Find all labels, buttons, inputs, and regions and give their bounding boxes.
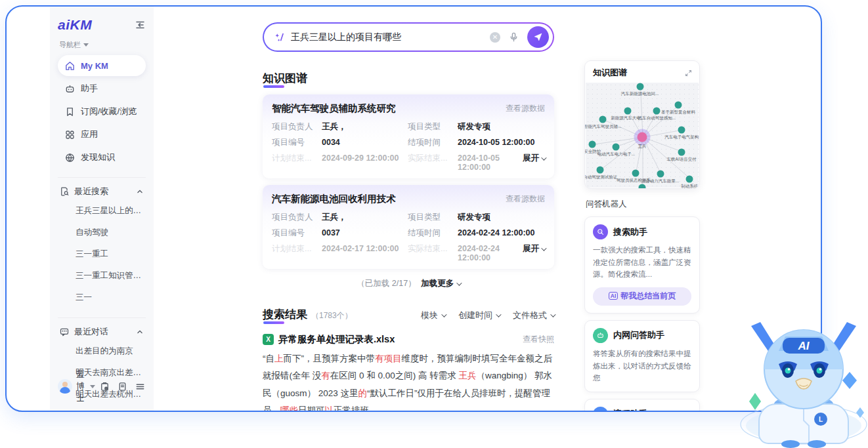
kg-field: 项目类型研发专项 [408, 212, 545, 223]
kg-card-title: 智能汽车驾驶员辅助系统研究 [272, 102, 396, 115]
graph-node[interactable] [675, 101, 682, 108]
graph-node[interactable] [624, 108, 631, 115]
microphone-icon[interactable] [508, 31, 519, 43]
graph-node[interactable] [636, 83, 643, 91]
main-content: ✕ 知识图谱 智能汽车驾驶员辅助系统研究查看源数据项目负责人王兵，项目类型研发专… [263, 7, 554, 412]
expand-card-button[interactable]: 展开 [523, 153, 545, 164]
recent-search-item[interactable]: 三一重工 [58, 243, 146, 265]
chevron-down-icon [496, 312, 501, 317]
sidebar-item-4[interactable]: 发现知识 [58, 147, 146, 168]
result-snippet: “自上而下”，且预算方案中带有项目维度时，预算编制时填写全年金额之后就报错(全年… [263, 350, 554, 412]
view-source-link[interactable]: 查看源数据 [506, 103, 545, 114]
task-icon[interactable] [99, 381, 110, 392]
sidebar-item-label: My KM [81, 61, 108, 71]
xlsx-file-icon: X [263, 334, 274, 345]
sidebar-item-1[interactable]: 助手 [58, 78, 146, 99]
recent-search-item[interactable]: 王兵三星以上的项目有... [58, 200, 146, 222]
chevron-down-icon [441, 312, 446, 317]
app-logo: aiKM [58, 17, 92, 33]
recent-search-item[interactable]: 三一重工知识管理项目 [58, 265, 146, 287]
filter-模块[interactable]: 模块 [421, 310, 445, 321]
send-button[interactable] [527, 26, 549, 48]
recent-chat-title: 最近对话 [74, 326, 108, 338]
doc-search-icon [59, 186, 70, 197]
bot-card[interactable]: 搜索助手一款强大的搜索工具，快速精准定位所需信息，涵盖广泛资源。简化搜索流...… [584, 216, 700, 314]
recent-search-item[interactable]: 自动驾驶 [58, 222, 146, 243]
grid-icon [64, 129, 76, 140]
sidebar-item-3[interactable]: 应用 [58, 124, 146, 145]
graph-node[interactable] [678, 127, 685, 134]
chevron-down-icon [550, 312, 555, 317]
menu-icon[interactable] [135, 381, 146, 392]
svg-text:AI: AI [798, 340, 810, 352]
graph-node[interactable] [589, 141, 596, 148]
kg-field: 实际结束...2024-02-24 12:00:00展开 [408, 243, 545, 262]
recent-search-section: 最近搜索 王兵三星以上的项目有...自动驾驶三一重工三一重工知识管理项目三一 [58, 177, 146, 308]
graph-node-label: 汽车电子电气架构 [664, 134, 699, 140]
graph-node-label: 车载AI语音交付 [667, 157, 697, 163]
graph-node[interactable] [599, 116, 606, 123]
graph-node[interactable] [686, 176, 693, 183]
search-input[interactable] [291, 32, 485, 43]
chevron-down-icon [456, 280, 462, 285]
graph-node[interactable] [639, 184, 646, 190]
knowledge-graph-canvas[interactable]: 汽车新能源电池回...基于新型复合材料新能源汽车大电...汽车自动驾驶感知...… [586, 83, 699, 188]
clear-icon[interactable]: ✕ [490, 32, 500, 43]
chevron-up-icon[interactable] [135, 187, 144, 196]
expand-card-button[interactable]: 展开 [523, 243, 545, 255]
kg-card: 智能汽车驾驶员辅助系统研究查看源数据项目负责人王兵，项目类型研发专项项目编号00… [263, 94, 554, 178]
kg-field: 实际结束...2024-10-05 12:00:00展开 [408, 153, 545, 172]
graph-node[interactable] [597, 166, 604, 173]
graph-node-label: 自动驾驶测试验证 [584, 174, 617, 180]
chevron-up-icon[interactable] [135, 327, 144, 336]
recent-chat-item[interactable]: 出差目的为南京 [58, 405, 146, 412]
graph-node[interactable] [678, 148, 685, 155]
nav-label[interactable]: 导航栏 [59, 40, 146, 50]
search-bar: ✕ [263, 22, 554, 52]
load-more-row: （已加载 2/17） 加载更多 [263, 278, 554, 289]
graph-node[interactable] [613, 143, 620, 150]
graph-node-label: 汽车自动驾驶感知... [638, 115, 676, 121]
graph-node[interactable] [657, 171, 664, 178]
kg-field: 项目负责人王兵， [272, 212, 402, 223]
graph-center-label: 王兵 [638, 144, 647, 150]
screen: { "app": { "logo": "aiKM", "nav_label": … [0, 0, 868, 448]
app-window: aiKM 导航栏 My KM助手订阅/收藏/浏览应用发现知识 最近搜索 王兵三星… [5, 5, 822, 412]
sidebar-item-0[interactable]: My KM [58, 55, 146, 76]
note-icon[interactable] [117, 381, 128, 392]
kg-field: 项目负责人王兵， [272, 121, 402, 132]
bot-card[interactable]: 内网问答助手将答案从所有的搜索结果中提炼出来，以对话的方式反馈给您 [584, 320, 700, 392]
recent-search-header[interactable]: 最近搜索 [58, 186, 146, 197]
search-result: X异常服务单处理记录表.xlsx查看快照“自上而下”，且预算方案中带有项目维度时… [263, 333, 554, 412]
recent-chat-item[interactable]: 出差目的为南京 [58, 340, 146, 362]
expand-icon[interactable] [684, 69, 693, 77]
graph-node[interactable] [653, 108, 661, 115]
view-snapshot-link[interactable]: 查看快照 [523, 334, 554, 345]
summarize-page-button[interactable]: AI帮我总结当前页 [593, 287, 691, 306]
filter-创建时间[interactable]: 创建时间 [458, 310, 500, 321]
graph-node[interactable] [632, 169, 639, 176]
kg-field: 结项时间2024-02-24 12:00:00 [408, 228, 545, 239]
ai-mascot[interactable]: L AI [739, 316, 868, 448]
load-more-button[interactable]: 加载更多 [421, 279, 460, 288]
result-title[interactable]: 异常服务单处理记录表.xlsx [278, 333, 523, 346]
avatar[interactable] [58, 379, 72, 394]
loaded-count: （已加载 2/17） [357, 279, 416, 288]
graph-center-node[interactable] [638, 132, 647, 142]
kg-section-title: 知识图谱 [263, 71, 307, 86]
bot-card[interactable]: 流程助手通过对话发起流程，比如请假、出差、费用报销等 [584, 399, 700, 412]
recent-chat-header[interactable]: 最近对话 [58, 326, 146, 338]
results-section-title: 搜索结果 [263, 307, 307, 322]
recent-search-item[interactable]: 三一 [58, 287, 146, 308]
view-source-link[interactable]: 查看源数据 [506, 193, 545, 205]
kg-field: 项目编号0034 [272, 137, 402, 148]
bot-description: 将答案从所有的搜索结果中提炼出来，以对话的方式反馈给您 [593, 348, 691, 384]
kg-field: 结项时间2024-10-05 12:00:00 [408, 137, 545, 148]
sidebar-item-label: 发现知识 [81, 152, 115, 163]
sidebar-item-2[interactable]: 订阅/收藏/浏览 [58, 101, 146, 122]
graph-node-label: 混合动力汽车能量... [641, 178, 679, 184]
recent-search-title: 最近搜索 [74, 186, 108, 197]
collapse-sidebar-icon[interactable] [134, 19, 146, 33]
filter-文件格式[interactable]: 文件格式 [513, 310, 554, 321]
user-menu[interactable]: 蓝博士 [76, 369, 95, 404]
